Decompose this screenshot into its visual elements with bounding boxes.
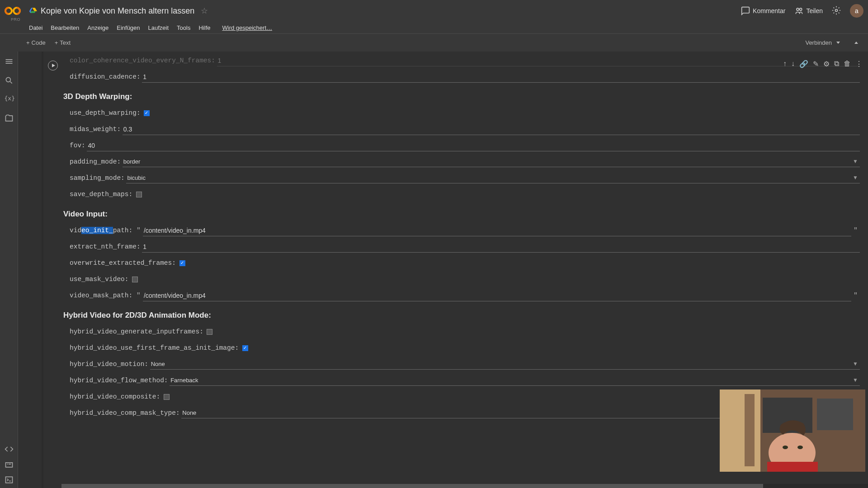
label-hybrid-motion: hybrid_video_motion:	[70, 361, 148, 368]
input-diffusion-cadence[interactable]	[142, 71, 860, 83]
label-padding-mode: padding_mode:	[70, 158, 121, 165]
section-heading-video: Video Input:	[63, 210, 860, 219]
svg-rect-12	[745, 394, 755, 466]
select-hybrid-flow[interactable]: Farneback▼	[170, 375, 860, 386]
settings-icon[interactable]	[832, 6, 841, 16]
saving-status: Wird gespeichert…	[222, 24, 272, 31]
menu-file[interactable]: Datei	[29, 24, 42, 31]
input-midas-weight[interactable]	[123, 124, 860, 135]
label-color-coherence: color_coherence_video_every_N_frames:	[70, 57, 215, 64]
quote-close: "	[851, 227, 860, 235]
label-video-mask-path: video_mask_path:	[70, 292, 132, 299]
checkbox-save-depth-maps[interactable]	[136, 192, 142, 197]
label-use-depth-warping: use_depth_warping:	[70, 109, 141, 117]
checkbox-hybrid-first-frame[interactable]	[242, 345, 248, 351]
mirror-icon[interactable]: ⧉	[834, 60, 839, 68]
comment-button[interactable]: Kommentar	[741, 6, 785, 15]
svg-point-5	[800, 8, 802, 10]
menu-help[interactable]: Hilfe	[198, 24, 210, 31]
section-heading-depth: 3D Depth Warping:	[63, 92, 860, 101]
add-code-button[interactable]: + Code	[22, 38, 50, 48]
svg-rect-8	[6, 463, 13, 467]
menu-runtime[interactable]: Laufzeit	[148, 24, 169, 31]
menu-edit[interactable]: Bearbeiten	[51, 24, 79, 31]
select-padding-mode[interactable]: border▼	[123, 156, 860, 167]
drive-icon	[29, 7, 37, 15]
label-video-init-path: video_init_path:	[70, 227, 132, 234]
label-hybrid-first-frame: hybrid_video_use_first_frame_as_init_ima…	[70, 344, 239, 352]
checkbox-hybrid-generate[interactable]	[207, 329, 212, 335]
menu-view[interactable]: Anzeige	[87, 24, 108, 31]
comment-cell-icon[interactable]: ✎	[813, 60, 819, 68]
move-up-icon[interactable]: ↑	[783, 60, 787, 68]
label-use-mask-video: use_mask_video:	[70, 276, 129, 283]
search-icon[interactable]	[5, 76, 14, 85]
label-hybrid-mask-type: hybrid_video_comp_mask_type:	[70, 409, 180, 417]
svg-point-18	[797, 446, 803, 449]
pro-badge: PRO	[11, 17, 20, 22]
menubar: Datei Bearbeiten Anzeige Einfügen Laufze…	[0, 22, 868, 33]
label-hybrid-generate: hybrid_video_generate_inputframes:	[70, 328, 203, 335]
section-heading-hybrid: Hybrid Video for 2D/3D Animation Mode:	[63, 311, 860, 320]
variables-icon[interactable]: {x}	[5, 95, 14, 104]
more-icon[interactable]: ⋮	[855, 60, 863, 68]
toc-icon[interactable]	[5, 57, 14, 66]
label-fov: fov:	[70, 142, 85, 149]
label-overwrite-extracted: overwrite_extracted_frames:	[70, 259, 176, 267]
settings-cell-icon[interactable]: ⚙	[823, 60, 830, 68]
label-hybrid-flow: hybrid_video_flow_method:	[70, 377, 168, 384]
webcam-overlay	[720, 389, 865, 472]
checkbox-use-mask-video[interactable]	[132, 277, 138, 282]
menu-tools[interactable]: Tools	[177, 24, 190, 31]
add-text-button[interactable]: + Text	[50, 38, 75, 48]
quote-open: "	[134, 227, 143, 235]
svg-point-17	[783, 446, 788, 449]
checkbox-overwrite-extracted[interactable]	[179, 260, 185, 266]
avatar[interactable]: a	[850, 4, 863, 18]
label-extract-nth-frame: extract_nth_frame:	[70, 243, 141, 250]
input-color-coherence[interactable]	[217, 55, 860, 66]
svg-point-4	[797, 8, 799, 10]
input-video-init-path[interactable]	[143, 225, 851, 236]
link-icon[interactable]: 🔗	[799, 60, 808, 68]
checkbox-hybrid-composite[interactable]	[164, 394, 170, 400]
command-palette-icon[interactable]	[5, 460, 14, 469]
svg-rect-14	[817, 399, 853, 430]
horizontal-scrollbar[interactable]	[61, 484, 868, 488]
files-icon[interactable]	[5, 114, 14, 123]
star-icon[interactable]: ☆	[201, 6, 208, 16]
select-sampling-mode[interactable]: bicubic▼	[126, 173, 860, 183]
code-snippet-icon[interactable]	[5, 445, 14, 454]
checkbox-use-depth-warping[interactable]	[144, 110, 150, 116]
select-hybrid-motion[interactable]: None▼	[150, 359, 860, 370]
share-button[interactable]: Teilen	[794, 6, 823, 15]
colab-logo[interactable]	[5, 5, 21, 16]
menu-insert[interactable]: Einfügen	[117, 24, 140, 31]
delete-icon[interactable]: 🗑	[844, 60, 851, 68]
connect-button[interactable]: Verbinden	[801, 38, 844, 48]
label-midas-weight: midas_weight:	[70, 126, 121, 133]
input-video-mask-path[interactable]	[143, 290, 851, 301]
document-title[interactable]: Kopie von Kopie von Mensch altern lassen	[41, 6, 194, 16]
input-extract-nth-frame[interactable]	[142, 241, 860, 253]
label-hybrid-composite: hybrid_video_composite:	[70, 393, 160, 400]
svg-point-6	[835, 9, 838, 11]
label-diffusion-cadence: diffusion_cadence:	[70, 73, 141, 80]
move-down-icon[interactable]: ↓	[791, 60, 795, 68]
svg-rect-9	[6, 477, 13, 483]
input-fov[interactable]	[87, 140, 860, 151]
collapse-button[interactable]	[847, 40, 863, 46]
label-sampling-mode: sampling_mode:	[70, 174, 125, 182]
svg-point-7	[6, 77, 10, 82]
terminal-icon[interactable]	[5, 475, 14, 484]
svg-rect-16	[767, 462, 818, 472]
label-save-depth-maps: save_depth_maps:	[70, 191, 132, 198]
